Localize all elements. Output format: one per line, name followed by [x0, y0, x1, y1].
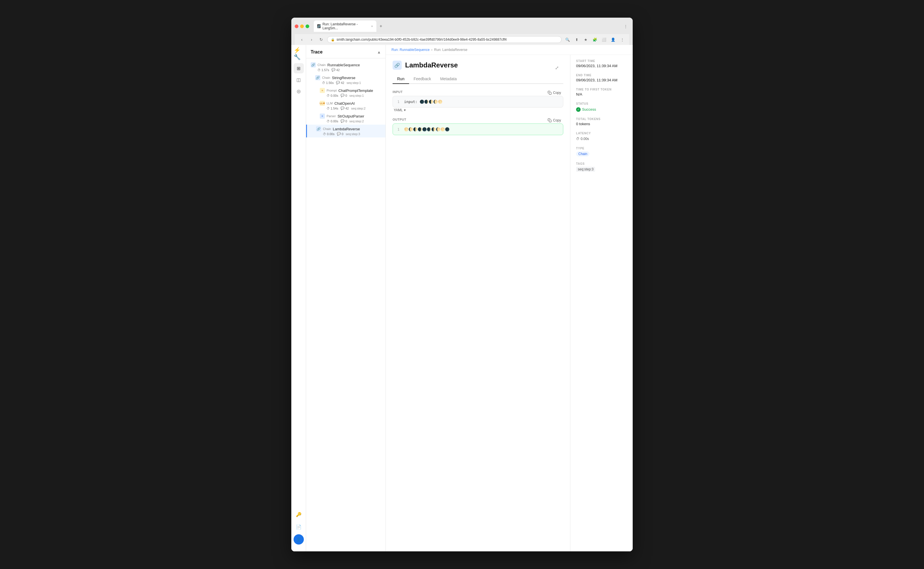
trace-item-type-4: LLM [327, 102, 333, 105]
seq-badge-2: seq:step:1 [346, 81, 361, 85]
type-label: TYPE [576, 147, 627, 150]
expand-icon[interactable]: ⤢ [555, 65, 559, 70]
bookmark-button[interactable]: ★ [582, 36, 590, 43]
tab-feedback[interactable]: Feedback [409, 74, 436, 84]
parser-icon: ≡ [320, 114, 325, 119]
trace-item-name-6: LambdaReverse [333, 127, 360, 131]
menu-button[interactable]: ⋮ [619, 36, 626, 43]
user-avatar[interactable]: 👤 [293, 534, 304, 545]
trace-item-runnablesequence[interactable]: 🔗 Chain RunnableSequence ⏱1.57s 💬42 [306, 61, 386, 73]
browser-tab-bar: 🔗 Run: LambdaReverse - LangSm... × + [314, 20, 620, 32]
meta-end-time: END TIME 09/06/2023, 11:39:34 AM [576, 74, 627, 82]
copy-input-label: Copy [553, 91, 561, 95]
clock-icon-2: ⏱ [322, 81, 325, 85]
url-text: smith.langchain.com/public/43eea194-b0f0… [337, 38, 507, 41]
input-section: INPUT Copy 1 input: 🌑🌒🌓🌔🌕 [392, 90, 563, 113]
status-badge: ✓ Success [576, 107, 596, 112]
sidebar-item-grid[interactable]: ⊞ [293, 63, 304, 73]
search-button[interactable]: 🔍 [564, 36, 571, 43]
io-header-output: OUTPUT Copy [392, 117, 563, 123]
yaml-format-button[interactable]: YAML ▾ [392, 108, 407, 113]
start-time-value: 09/06/2023, 11:39:34 AM [576, 64, 627, 68]
trace-time-badge: ⏱1.57s [318, 68, 329, 72]
maximize-window-button[interactable] [305, 24, 309, 28]
clock-latency-icon: ⏱ [576, 137, 579, 141]
trace-item-name: RunnableSequence [327, 63, 360, 67]
trace-item-lambdareverse[interactable]: 🔗 Chain LambdaReverse ⏱0.00s 💬0 seq:step… [306, 125, 386, 137]
clock-icon-3: ⏱ [327, 94, 330, 97]
trace-title: Trace [311, 50, 322, 55]
copy-input-icon [548, 91, 552, 95]
browser-tab-active[interactable]: 🔗 Run: LambdaReverse - LangSm... × [314, 20, 376, 32]
clock-icon-4: ⏱ [327, 107, 330, 110]
share-button[interactable]: ⬆ [573, 36, 581, 43]
run-title: LambdaReverse [405, 61, 458, 69]
trace-tokens-badge-5: 💬0 [340, 119, 347, 123]
trace-tokens-badge-6: 💬0 [337, 132, 343, 136]
io-header-input: INPUT Copy [392, 90, 563, 96]
output-code-text: 🌕🌔🌓🌒🌑🌒🌓🌔🌕🌑 [404, 127, 450, 131]
svg-rect-1 [549, 120, 551, 122]
meta-time-to-first-token: TIME TO FIRST TOKEN N/A [576, 88, 627, 96]
seq-badge-6: seq:step:3 [346, 132, 360, 136]
address-bar[interactable]: 🔒 smith.langchain.com/public/43eea194-b0… [327, 36, 562, 43]
new-tab-button[interactable]: + [377, 23, 384, 30]
line-number-1: 1 [397, 100, 400, 104]
trace-item-name-2: StringReverse [332, 76, 355, 80]
meta-latency: LATENCY ⏱ 0.00s [576, 132, 627, 141]
run-main: ⤢ 🔗 LambdaReverse Run Feedback Metadata [386, 55, 570, 551]
browser-titlebar: 🔗 Run: LambdaReverse - LangSm... × + ⋮ [295, 20, 629, 32]
end-time-value: 09/06/2023, 11:39:34 AM [576, 78, 627, 82]
extensions-button[interactable]: 🧩 [591, 36, 599, 43]
forward-button[interactable]: › [308, 36, 315, 43]
browser-window: 🔗 Run: LambdaReverse - LangSm... × + ⋮ ‹… [291, 18, 633, 551]
sidebar-item-key[interactable]: 🔑 [293, 509, 304, 519]
trace-tokens-badge-2: 💬42 [336, 81, 344, 85]
meta-status: STATUS ✓ Success [576, 102, 627, 112]
output-code-block: 1 🌕🌔🌓🌒🌑🌒🌓🌔🌕🌑 [392, 123, 563, 135]
trace-time-badge-5: ⏱0.00s [327, 120, 338, 123]
message-icon-6: 💬 [337, 132, 341, 136]
chevron-down-icon: ▾ [404, 108, 406, 112]
llm-icon: LLM [320, 101, 325, 106]
trace-item-stroutputparser[interactable]: ≡ Parser StrOutputParser ⏱0.00s 💬0 seq:s… [306, 112, 386, 125]
trace-item-chatprompt[interactable]: ≡ Prompt ChatPromptTemplate ⏱0.00s 💬0 se… [306, 86, 386, 99]
copy-output-button[interactable]: Copy [546, 117, 563, 123]
tab-close-button[interactable]: × [371, 24, 373, 28]
copy-input-button[interactable]: Copy [546, 90, 563, 96]
message-icon-2: 💬 [336, 81, 340, 85]
sidebar-item-database[interactable]: ◫ [293, 75, 304, 85]
tags-label: TAGS [576, 162, 627, 165]
sidebar-item-globe[interactable]: ◎ [293, 86, 304, 96]
latency-label: LATENCY [576, 132, 627, 135]
sidebar-item-doc[interactable]: 📄 [293, 522, 304, 532]
browser-menu-button[interactable]: ⋮ [622, 23, 629, 30]
output-section: OUTPUT Copy 1 🌕🌔🌓🌒🌑🌒🌓🌔🌕🌑 [392, 117, 563, 135]
trace-collapse-button[interactable]: ▲ [377, 50, 381, 54]
trace-panel: Trace ▲ 🔗 Chain RunnableSequence ⏱1.57s [306, 45, 386, 551]
status-value: Success [582, 107, 596, 111]
run-type-icon: 🔗 [392, 61, 402, 70]
sidebar-toggle-button[interactable]: ⬜ [600, 36, 608, 43]
back-button[interactable]: ‹ [298, 36, 305, 43]
trace-tokens-badge-3: 💬0 [340, 94, 347, 97]
refresh-button[interactable]: ↻ [318, 36, 325, 43]
trace-tokens-badge: 💬42 [331, 68, 340, 72]
tab-metadata[interactable]: Metadata [436, 74, 461, 84]
profile-button[interactable]: 👤 [609, 36, 617, 43]
breadcrumb-parent-link[interactable]: Run: RunnableSequence [391, 48, 430, 52]
trace-item-name-3: ChatPromptTemplate [338, 88, 373, 93]
browser-toolbar-actions: 🔍 ⬆ ★ 🧩 ⬜ 👤 ⋮ [564, 36, 626, 43]
total-tokens-label: TOTAL TOKENS [576, 117, 627, 121]
close-window-button[interactable] [295, 24, 298, 28]
seq-badge-4: seq:step:2 [351, 107, 366, 110]
breadcrumb: Run: RunnableSequence › Run: LambdaRever… [386, 45, 633, 55]
trace-item-stringreverse[interactable]: 🔗 Chain StringReverse ⏱1.56s 💬42 seq:ste… [306, 73, 386, 86]
app-logo: ⚡🔧 [293, 49, 304, 59]
trace-item-type-5: Parser [327, 114, 336, 118]
minimize-window-button[interactable] [300, 24, 304, 28]
trace-item-chatopenai[interactable]: LLM LLM ChatOpenAI ⏱1.54s 💬42 seq:step:2 [306, 99, 386, 112]
prompt-icon: ≡ [320, 88, 325, 93]
trace-item-type-2: Chain [322, 76, 330, 79]
tab-run[interactable]: Run [392, 74, 409, 84]
